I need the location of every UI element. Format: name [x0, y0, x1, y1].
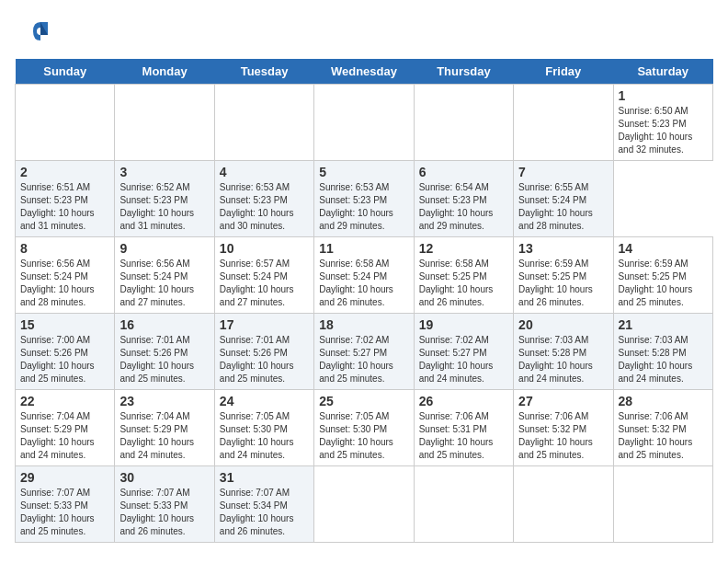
calendar-cell: 14Sunrise: 6:59 AMSunset: 5:25 PMDayligh…	[613, 237, 712, 314]
calendar-cell: 7Sunrise: 6:55 AMSunset: 5:24 PMDaylight…	[514, 161, 613, 237]
calendar-week-row: 8Sunrise: 6:56 AMSunset: 5:24 PMDaylight…	[16, 237, 713, 314]
calendar-cell: 11Sunrise: 6:58 AMSunset: 5:24 PMDayligh…	[314, 237, 414, 314]
calendar-cell: 30Sunrise: 7:07 AMSunset: 5:33 PMDayligh…	[115, 466, 214, 543]
day-info: Sunrise: 6:58 AMSunset: 5:25 PMDaylight:…	[419, 258, 508, 309]
calendar-cell: 8Sunrise: 6:56 AMSunset: 5:24 PMDaylight…	[16, 237, 115, 314]
day-number: 31	[220, 470, 309, 485]
calendar-cell	[613, 466, 712, 543]
calendar-cell	[314, 466, 414, 543]
calendar-cell: 29Sunrise: 7:07 AMSunset: 5:33 PMDayligh…	[16, 466, 115, 543]
day-info: Sunrise: 7:02 AMSunset: 5:27 PMDaylight:…	[319, 334, 408, 385]
weekday-header: Thursday	[414, 59, 513, 85]
weekday-header: Monday	[115, 59, 214, 85]
day-info: Sunrise: 7:07 AMSunset: 5:33 PMDaylight:…	[119, 487, 209, 538]
calendar-week-row: 29Sunrise: 7:07 AMSunset: 5:33 PMDayligh…	[16, 466, 713, 543]
day-number: 4	[220, 165, 309, 179]
day-number: 3	[119, 165, 209, 179]
calendar-cell: 25Sunrise: 7:05 AMSunset: 5:30 PMDayligh…	[314, 390, 414, 466]
day-number: 21	[619, 317, 708, 332]
day-info: Sunrise: 7:04 AMSunset: 5:29 PMDaylight:…	[20, 410, 109, 462]
day-info: Sunrise: 7:07 AMSunset: 5:33 PMDaylight:…	[20, 487, 109, 538]
calendar-cell	[514, 466, 613, 543]
day-info: Sunrise: 7:07 AMSunset: 5:34 PMDaylight:…	[220, 487, 309, 538]
day-number: 26	[419, 394, 508, 408]
day-number: 18	[319, 317, 408, 332]
day-number: 7	[518, 165, 608, 179]
calendar-cell: 12Sunrise: 6:58 AMSunset: 5:25 PMDayligh…	[414, 237, 513, 314]
day-info: Sunrise: 6:57 AMSunset: 5:24 PMDaylight:…	[220, 258, 309, 309]
day-number: 17	[220, 317, 309, 332]
day-info: Sunrise: 7:01 AMSunset: 5:26 PMDaylight:…	[220, 334, 309, 385]
calendar-cell: 17Sunrise: 7:01 AMSunset: 5:26 PMDayligh…	[214, 314, 313, 390]
day-number: 23	[119, 394, 209, 408]
weekday-header: Wednesday	[314, 59, 414, 85]
day-info: Sunrise: 7:05 AMSunset: 5:30 PMDaylight:…	[319, 410, 408, 462]
day-info: Sunrise: 6:58 AMSunset: 5:24 PMDaylight:…	[319, 258, 408, 309]
day-number: 24	[220, 394, 309, 408]
day-number: 12	[419, 241, 508, 256]
calendar-cell: 31Sunrise: 7:07 AMSunset: 5:34 PMDayligh…	[214, 466, 313, 543]
day-info: Sunrise: 6:51 AMSunset: 5:23 PMDaylight:…	[20, 181, 109, 233]
day-number: 2	[20, 165, 109, 179]
logo	[15, 15, 51, 48]
day-info: Sunrise: 6:54 AMSunset: 5:23 PMDaylight:…	[419, 181, 508, 233]
day-number: 27	[518, 394, 608, 408]
calendar-cell	[115, 85, 214, 161]
day-number: 8	[20, 241, 109, 256]
day-info: Sunrise: 6:53 AMSunset: 5:23 PMDaylight:…	[220, 181, 309, 233]
calendar-cell	[214, 85, 313, 161]
day-info: Sunrise: 6:52 AMSunset: 5:23 PMDaylight:…	[119, 181, 209, 233]
day-number: 29	[20, 470, 109, 485]
day-info: Sunrise: 7:04 AMSunset: 5:29 PMDaylight:…	[119, 410, 209, 462]
day-info: Sunrise: 7:01 AMSunset: 5:26 PMDaylight:…	[119, 334, 209, 385]
calendar-cell: 4Sunrise: 6:53 AMSunset: 5:23 PMDaylight…	[214, 161, 313, 237]
calendar-cell: 16Sunrise: 7:01 AMSunset: 5:26 PMDayligh…	[115, 314, 214, 390]
calendar-cell	[514, 85, 613, 161]
weekday-header: Saturday	[613, 59, 712, 85]
day-number: 13	[518, 241, 608, 256]
day-number: 30	[119, 470, 209, 485]
day-info: Sunrise: 6:56 AMSunset: 5:24 PMDaylight:…	[119, 258, 209, 309]
day-info: Sunrise: 6:55 AMSunset: 5:24 PMDaylight:…	[518, 181, 608, 233]
day-number: 22	[20, 394, 109, 408]
calendar-cell: 6Sunrise: 6:54 AMSunset: 5:23 PMDaylight…	[414, 161, 513, 237]
day-info: Sunrise: 6:50 AMSunset: 5:23 PMDaylight:…	[619, 105, 708, 156]
day-number: 14	[619, 241, 708, 256]
calendar-cell: 27Sunrise: 7:06 AMSunset: 5:32 PMDayligh…	[514, 390, 613, 466]
page-header	[15, 15, 713, 48]
calendar-cell: 26Sunrise: 7:06 AMSunset: 5:31 PMDayligh…	[414, 390, 513, 466]
day-number: 5	[319, 165, 408, 179]
day-number: 11	[319, 241, 408, 256]
day-number: 20	[518, 317, 608, 332]
calendar-cell: 10Sunrise: 6:57 AMSunset: 5:24 PMDayligh…	[214, 237, 313, 314]
day-info: Sunrise: 7:00 AMSunset: 5:26 PMDaylight:…	[20, 334, 109, 385]
day-info: Sunrise: 7:03 AMSunset: 5:28 PMDaylight:…	[619, 334, 708, 385]
weekday-header: Friday	[514, 59, 613, 85]
calendar-week-row: 22Sunrise: 7:04 AMSunset: 5:29 PMDayligh…	[16, 390, 713, 466]
day-info: Sunrise: 7:03 AMSunset: 5:28 PMDaylight:…	[518, 334, 608, 385]
day-number: 25	[319, 394, 408, 408]
day-info: Sunrise: 7:06 AMSunset: 5:32 PMDaylight:…	[518, 410, 608, 462]
day-number: 9	[119, 241, 209, 256]
calendar-cell: 1Sunrise: 6:50 AMSunset: 5:23 PMDaylight…	[613, 85, 712, 161]
calendar-cell: 9Sunrise: 6:56 AMSunset: 5:24 PMDaylight…	[115, 237, 214, 314]
day-info: Sunrise: 7:02 AMSunset: 5:27 PMDaylight:…	[419, 334, 508, 385]
calendar-cell: 18Sunrise: 7:02 AMSunset: 5:27 PMDayligh…	[314, 314, 414, 390]
day-info: Sunrise: 6:59 AMSunset: 5:25 PMDaylight:…	[619, 258, 708, 309]
calendar-cell	[414, 85, 513, 161]
calendar-cell: 5Sunrise: 6:53 AMSunset: 5:23 PMDaylight…	[314, 161, 414, 237]
day-info: Sunrise: 7:06 AMSunset: 5:32 PMDaylight:…	[619, 410, 708, 462]
calendar-cell: 21Sunrise: 7:03 AMSunset: 5:28 PMDayligh…	[613, 314, 712, 390]
calendar-cell: 23Sunrise: 7:04 AMSunset: 5:29 PMDayligh…	[115, 390, 214, 466]
day-number: 16	[119, 317, 209, 332]
calendar-cell: 15Sunrise: 7:00 AMSunset: 5:26 PMDayligh…	[16, 314, 115, 390]
calendar-cell	[314, 85, 414, 161]
calendar-cell: 3Sunrise: 6:52 AMSunset: 5:23 PMDaylight…	[115, 161, 214, 237]
day-info: Sunrise: 7:06 AMSunset: 5:31 PMDaylight:…	[419, 410, 508, 462]
calendar-cell: 13Sunrise: 6:59 AMSunset: 5:25 PMDayligh…	[514, 237, 613, 314]
day-number: 15	[20, 317, 109, 332]
calendar-week-row: 2Sunrise: 6:51 AMSunset: 5:23 PMDaylight…	[16, 161, 713, 237]
logo-icon	[15, 15, 48, 48]
day-info: Sunrise: 6:56 AMSunset: 5:24 PMDaylight:…	[20, 258, 109, 309]
calendar-cell	[414, 466, 513, 543]
